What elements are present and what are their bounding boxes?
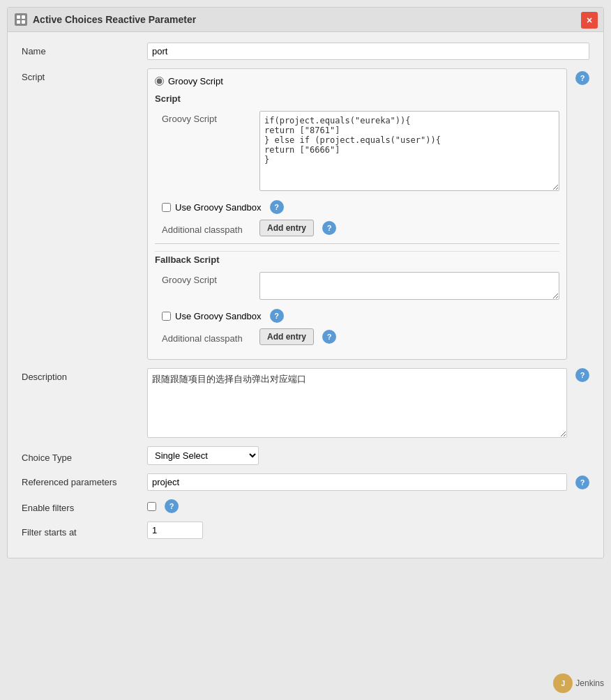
groovy-script-row: Groovy Script if(project.equals("eureka"… [155,111,559,193]
script-type-row: Groovy Script [155,76,559,86]
script-section-heading: Script [155,93,559,104]
fallback-groovy-script-control [259,272,559,302]
fallback-use-groovy-sandbox-label: Use Groovy Sandbox [175,311,262,321]
form-body: Name Script Groovy Script Script [8,32,603,558]
fallback-section-heading: Fallback Script [155,251,559,265]
description-label: Description [22,368,147,382]
svg-rect-1 [22,15,25,19]
classpath-help-icon[interactable]: ? [322,221,336,235]
svg-rect-2 [17,20,20,24]
jenkins-label: Jenkins [575,678,604,688]
groovy-script-radio[interactable] [155,77,164,86]
fallback-use-groovy-sandbox-checkbox[interactable] [162,312,171,321]
referenced-parameters-label: Referenced parameters [22,473,147,487]
groovy-script-textarea[interactable]: if(project.equals("eureka")){ return ["8… [259,111,559,191]
jenkins-icon: J [553,674,573,693]
script-help-icon[interactable]: ? [575,71,589,85]
name-input[interactable] [147,43,589,60]
svg-rect-0 [17,15,20,19]
enable-filters-row: Enable filters ? [22,499,589,513]
fallback-groovy-script-label: Groovy Script [162,272,259,285]
groovy-script-label: Groovy Script [162,111,259,124]
fallback-groovy-script-row: Groovy Script [155,272,559,302]
name-row: Name [22,43,589,60]
choice-type-label: Choice Type [22,449,147,463]
additional-classpath-label: Additional classpath [162,222,259,235]
fallback-groovy-sandbox-row: Use Groovy Sandbox ? [155,309,559,323]
dialog-title: Active Choices Reactive Parameter [33,14,196,25]
dialog-title-bar: Active Choices Reactive Parameter × [8,8,603,32]
script-label: Script [22,68,147,82]
use-groovy-sandbox-label: Use Groovy Sandbox [175,202,262,213]
jenkins-logo: J Jenkins [553,674,604,693]
referenced-parameters-help-icon[interactable]: ? [575,475,589,489]
svg-rect-3 [22,20,25,24]
fallback-groovy-script-textarea[interactable] [259,272,559,300]
add-entry-button-2[interactable]: Add entry [259,328,314,345]
groovy-sandbox-row: Use Groovy Sandbox ? [155,200,559,214]
add-entry-button-1[interactable]: Add entry [259,220,314,236]
description-help-icon[interactable]: ? [575,368,589,382]
groovy-script-radio-label: Groovy Script [168,76,223,86]
enable-filters-label: Enable filters [22,499,147,513]
fallback-additional-classpath-label: Additional classpath [162,330,259,344]
use-groovy-sandbox-checkbox[interactable] [162,203,171,212]
script-section: Groovy Script Script Groovy Script if(pr… [147,68,567,360]
enable-filters-checkbox[interactable] [147,502,156,511]
script-row: Script Groovy Script Script Groovy Scrip… [22,68,589,360]
filter-starts-at-input[interactable] [147,522,203,539]
fallback-additional-classpath-row: Additional classpath Add entry ? [155,328,559,345]
close-button[interactable]: × [581,12,598,29]
groovy-sandbox-help-icon[interactable]: ? [270,200,284,214]
dialog-title-icon [15,13,27,26]
enable-filters-help-icon[interactable]: ? [165,499,179,513]
description-textarea[interactable]: 跟随跟随项目的选择自动弹出对应端口 [147,368,567,438]
name-label: Name [22,43,147,56]
additional-classpath-row: Additional classpath Add entry ? [155,220,559,236]
choice-type-row: Choice Type Single Select Multi Select R… [22,446,589,465]
fallback-groovy-sandbox-help-icon[interactable]: ? [270,309,284,323]
referenced-parameters-input[interactable] [147,473,567,491]
referenced-parameters-row: Referenced parameters ? [22,473,589,491]
description-row: Description 跟随跟随项目的选择自动弹出对应端口 ? [22,368,589,438]
choice-type-select[interactable]: Single Select Multi Select Radio Buttons… [147,446,259,465]
section-divider [155,243,559,244]
groovy-script-control: if(project.equals("eureka")){ return ["8… [259,111,559,193]
filter-starts-at-label: Filter starts at [22,524,147,538]
fallback-classpath-help-icon[interactable]: ? [322,330,336,344]
name-control-wrap [147,43,589,60]
dialog-container: Active Choices Reactive Parameter × Name… [7,7,604,558]
filter-starts-at-row: Filter starts at [22,522,589,539]
